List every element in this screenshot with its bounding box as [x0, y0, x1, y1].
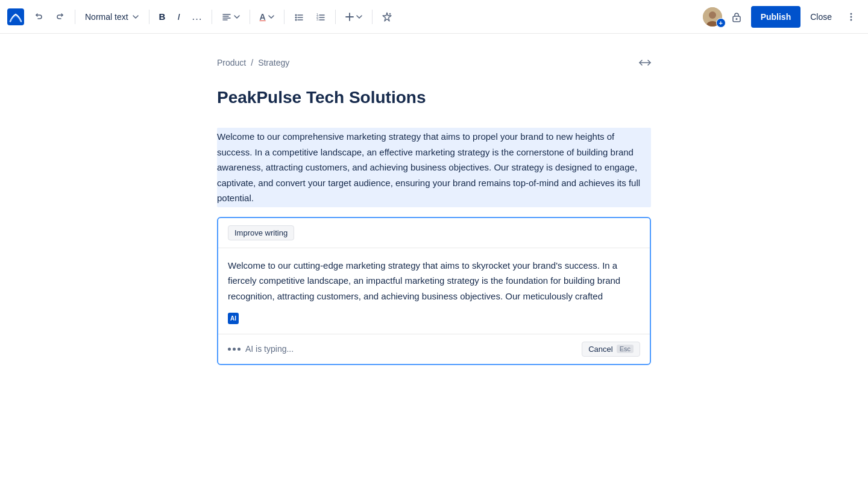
divider-1 — [75, 10, 75, 24]
numbered-list-button[interactable]: 1. 2. 3. — [311, 7, 330, 27]
svg-point-9 — [295, 19, 297, 20]
divider-3 — [212, 10, 212, 24]
breadcrumb-current[interactable]: Strategy — [258, 58, 289, 67]
svg-point-27 — [851, 16, 852, 17]
selected-paragraph[interactable]: Welcome to our comprehensive marketing s… — [217, 128, 651, 207]
undo-button[interactable] — [29, 7, 48, 27]
ai-badge: AI — [228, 313, 239, 324]
divider-2 — [149, 10, 149, 24]
more-options-button[interactable] — [841, 7, 861, 27]
divider-7 — [372, 10, 373, 24]
expand-width-button[interactable] — [639, 58, 651, 67]
svg-point-22 — [709, 11, 716, 19]
align-button[interactable] — [217, 7, 245, 27]
ai-panel-header: Improve writing — [218, 218, 650, 248]
page-content: Product / Strategy PeakPulse Tech Soluti… — [205, 34, 663, 413]
ai-improvement-panel: Improve writing Welcome to our cutting-e… — [217, 217, 651, 365]
breadcrumb-separator: / — [251, 58, 253, 67]
page-title[interactable]: PeakPulse Tech Solutions — [217, 87, 651, 108]
text-color-button[interactable]: A — [255, 7, 279, 27]
toolbar-left: Normal text B I … — [7, 7, 700, 27]
svg-point-28 — [851, 19, 852, 20]
publish-label: Publish — [761, 12, 791, 22]
insert-button[interactable] — [341, 7, 367, 27]
breadcrumb-parent[interactable]: Product — [217, 58, 246, 67]
add-collaborator-button[interactable]: + — [716, 18, 726, 28]
italic-label: I — [177, 11, 180, 22]
svg-point-25 — [735, 18, 737, 20]
ai-button[interactable] — [377, 7, 397, 27]
esc-badge: Esc — [617, 345, 634, 353]
cancel-label: Cancel — [588, 345, 612, 354]
italic-button[interactable]: I — [172, 7, 184, 27]
bold-button[interactable]: B — [154, 7, 171, 27]
toolbar: Normal text B I … — [0, 0, 868, 34]
close-label: Close — [810, 12, 832, 22]
ai-typing-label: AI is typing... — [245, 344, 577, 354]
svg-point-26 — [851, 13, 852, 14]
cancel-button[interactable]: Cancel Esc — [582, 342, 640, 357]
breadcrumb: Product / Strategy — [217, 58, 651, 67]
bullet-list-button[interactable] — [289, 7, 309, 27]
ai-panel-footer: AI is typing... Cancel Esc — [218, 334, 650, 364]
dot-1 — [228, 348, 231, 351]
divider-5 — [284, 10, 285, 24]
text-style-dropdown[interactable]: Normal text — [80, 7, 144, 27]
more-formatting-label: … — [192, 10, 203, 23]
avatar-wrap: + — [703, 7, 722, 27]
typing-dots — [228, 348, 241, 351]
dot-3 — [237, 348, 241, 351]
app-logo — [7, 8, 24, 25]
divider-4 — [250, 10, 250, 24]
lock-icon[interactable] — [727, 7, 746, 27]
close-button[interactable]: Close — [805, 6, 837, 28]
publish-button[interactable]: Publish — [751, 6, 801, 28]
more-formatting-button[interactable]: … — [187, 7, 207, 27]
redo-button[interactable] — [51, 7, 70, 27]
dot-2 — [233, 348, 236, 351]
divider-6 — [335, 10, 336, 24]
svg-text:3.: 3. — [316, 17, 319, 21]
toolbar-right: + Publish Close — [703, 6, 861, 28]
ai-generated-content: Welcome to our cutting-edge marketing st… — [218, 248, 650, 334]
improve-writing-tag: Improve writing — [228, 225, 294, 240]
bold-label: B — [159, 11, 166, 22]
svg-point-5 — [295, 14, 297, 16]
ai-generated-text: Welcome to our cutting-edge marketing st… — [228, 260, 620, 301]
svg-rect-0 — [7, 8, 24, 25]
text-style-label: Normal text — [85, 12, 128, 22]
svg-point-7 — [295, 16, 297, 18]
